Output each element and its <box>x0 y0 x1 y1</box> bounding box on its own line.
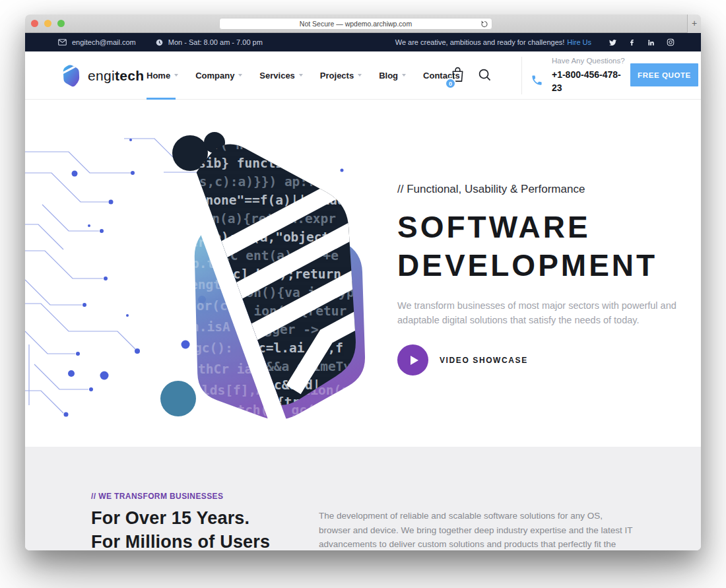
nav-item-label: Projects <box>320 71 354 81</box>
transform-section: // WE TRANSFORM BUSINESSES For Over 15 Y… <box>25 447 701 550</box>
close-window-button[interactable] <box>31 20 38 27</box>
zoom-window-button[interactable] <box>57 20 65 27</box>
chevron-down-icon <box>299 74 303 77</box>
nav-item-label: Blog <box>379 71 398 81</box>
hero-content: // Functional, Usability & Performance S… <box>397 183 701 376</box>
chevron-down-icon <box>358 74 362 77</box>
clock-icon <box>156 39 163 46</box>
circuit-lines <box>25 139 199 413</box>
hero-section: pe) ers.v ble b.tes ength ncodeURIC for(… <box>25 100 701 447</box>
cart-count-badge: 0 <box>445 78 456 89</box>
topbar-email-text: engitech@mail.com <box>72 38 136 46</box>
topbar: engitech@mail.com Mon - Sat: 8.00 am - 7… <box>25 33 701 51</box>
twitter-icon[interactable] <box>609 38 616 46</box>
address-bar[interactable]: Not Secure — wpdemo.archiwp.com <box>219 18 492 30</box>
svg-text:is,c):a)}}) ap:fun: is,c):a)}}) ap:fun <box>191 174 331 189</box>
free-quote-button[interactable]: FREE QUOTE <box>630 63 698 86</box>
browser-window: Not Secure — wpdemo.archiwp.com + engite… <box>25 15 701 550</box>
nav-item-home[interactable]: Home <box>147 51 178 99</box>
hire-us-link[interactable]: Hire Us <box>567 38 591 46</box>
brand-text: engitech <box>88 68 144 84</box>
phone-icon <box>531 74 543 86</box>
play-icon <box>411 356 418 365</box>
nav-item-projects[interactable]: Projects <box>320 51 362 99</box>
search-icon <box>478 68 492 82</box>
address-bar-text: Not Secure — wpdemo.archiwp.com <box>300 20 412 28</box>
video-showcase-label[interactable]: VIDEO SHOWCASE <box>440 356 528 365</box>
phone-block: Have Any Questions? +1-800-456-478-23 <box>531 57 631 94</box>
section-kicker: // WE TRANSFORM BUSINESSES <box>91 492 223 501</box>
teal-circle <box>160 381 196 416</box>
nav-item-blog[interactable]: Blog <box>379 51 406 99</box>
nav-item-company[interactable]: Company <box>195 51 242 99</box>
linkedin-icon[interactable] <box>647 39 655 46</box>
hero-graphic: pe) ers.v ble b.tes ength ncodeURIC for(… <box>25 127 368 437</box>
facebook-icon[interactable] <box>628 39 636 46</box>
chevron-down-icon <box>402 74 406 77</box>
section-description: The development of reliable and scalable… <box>319 509 636 550</box>
search-button[interactable] <box>478 68 492 84</box>
section-heading: For Over 15 Years. For Millions of Users <box>91 506 270 550</box>
nav-divider <box>521 57 522 94</box>
nav-item-label: Home <box>147 71 170 81</box>
hero-kicker: // Functional, Usability & Performance <box>397 183 701 196</box>
logo[interactable]: engitech <box>58 63 144 89</box>
phone-number[interactable]: +1-800-456-478-23 <box>552 68 631 94</box>
chevron-down-icon <box>238 74 242 77</box>
video-play-button[interactable] <box>397 344 428 376</box>
chevron-down-icon <box>174 74 178 77</box>
traffic-lights <box>31 20 65 27</box>
logo-icon <box>58 63 82 89</box>
nav-item-services[interactable]: Services <box>259 51 303 99</box>
questions-label: Have Any Questions? <box>552 57 631 65</box>
main-navbar: engitech HomeCompanyServicesProjectsBlog… <box>25 51 701 100</box>
topbar-hours: Mon - Sat: 8.00 am - 7.00 pm <box>156 38 263 46</box>
envelope-icon <box>58 39 67 46</box>
topbar-tagline: We are creative, ambitious and ready for… <box>395 38 591 46</box>
new-tab-button[interactable]: + <box>687 15 701 33</box>
instagram-icon[interactable] <box>667 38 675 46</box>
minimize-window-button[interactable] <box>44 20 51 27</box>
svg-text:sib} function(b){n: sib} function(b){n <box>198 156 337 171</box>
cart-button[interactable]: 0 <box>450 66 465 86</box>
topbar-hours-text: Mon - Sat: 8.00 am - 7.00 pm <box>168 38 263 46</box>
nav-item-label: Company <box>195 71 234 81</box>
hero-title: SOFTWARE DEVELOPMENT <box>397 208 701 284</box>
hero-description: We transform businesses of most major se… <box>397 299 701 327</box>
social-links <box>609 38 675 46</box>
browser-chrome: Not Secure — wpdemo.archiwp.com + <box>25 15 701 33</box>
main-menu: HomeCompanyServicesProjectsBlogContacts <box>147 51 477 99</box>
topbar-email-link[interactable]: engitech@mail.com <box>58 38 136 46</box>
nav-item-label: Services <box>259 71 295 81</box>
reload-icon[interactable] <box>480 20 488 31</box>
